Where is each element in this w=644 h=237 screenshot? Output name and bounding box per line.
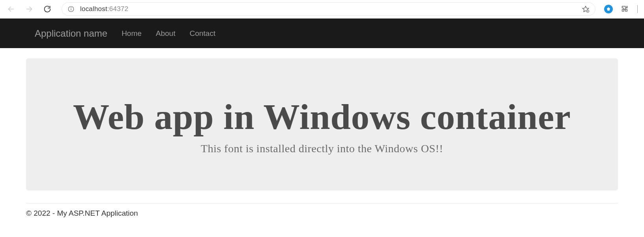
reload-button[interactable] [39,2,55,16]
arrow-left-icon [7,5,15,13]
reload-icon [43,5,51,13]
extensions-icon[interactable] [620,5,629,13]
forward-button[interactable] [21,2,37,16]
toolbar-separator [637,5,638,13]
url-host: localhost [80,5,107,13]
browser-right-icons [602,5,641,13]
info-icon [67,6,75,13]
address-bar[interactable]: localhost:64372 [62,2,595,16]
nav-link-home[interactable]: Home [122,29,142,38]
arrow-right-icon [25,5,33,13]
footer: © 2022 - My ASP.NET Application [0,209,644,218]
footer-text: © 2022 - My ASP.NET Application [26,209,618,218]
nav-link-about[interactable]: About [156,29,176,38]
app-navbar: Application name Home About Contact [0,19,644,48]
browser-toolbar: localhost:64372 [0,0,644,19]
navbar-brand[interactable]: Application name [35,28,107,39]
nav-link-contact[interactable]: Contact [189,29,215,38]
svg-point-4 [71,7,71,8]
back-button[interactable] [3,2,19,16]
favorite-icon[interactable] [582,5,590,13]
hero-title: Web app in Windows container [42,98,602,136]
jumbotron: Web app in Windows container This font i… [26,58,618,190]
hero-subtitle: This font is installed directly into the… [42,142,602,155]
url-port: :64372 [107,5,128,13]
footer-separator [26,203,618,203]
extension-fox-icon [606,7,611,11]
main-container: Web app in Windows container This font i… [0,58,644,190]
url-text: localhost:64372 [80,5,128,13]
extension-badge[interactable] [604,5,613,13]
